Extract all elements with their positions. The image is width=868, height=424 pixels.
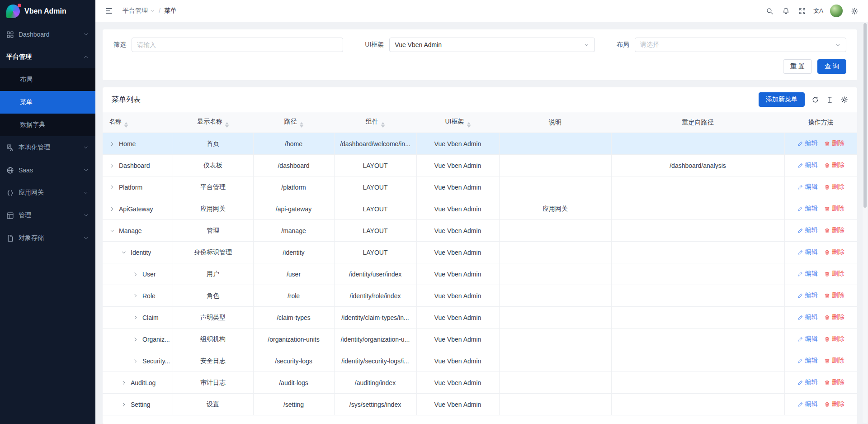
delete-button[interactable]: 删除 bbox=[824, 400, 844, 408]
column-header-label: 说明 bbox=[549, 119, 561, 126]
delete-button[interactable]: 删除 bbox=[824, 357, 844, 365]
delete-button[interactable]: 删除 bbox=[824, 313, 844, 321]
edit-button[interactable]: 编辑 bbox=[797, 291, 818, 300]
edit-button[interactable]: 编辑 bbox=[797, 313, 818, 321]
row-expand-toggle[interactable] bbox=[109, 206, 115, 212]
cell-description: 应用网关 bbox=[499, 198, 611, 220]
column-header-name[interactable]: 名称 bbox=[103, 112, 173, 133]
row-height-button[interactable] bbox=[826, 96, 834, 104]
column-header-display-name[interactable]: 显示名称 bbox=[173, 112, 253, 133]
table-row[interactable]: Manage管理/manageLAYOUTVue Vben Admin编辑删除 bbox=[103, 220, 857, 242]
edit-button[interactable]: 编辑 bbox=[797, 226, 818, 234]
table-row[interactable]: Role角色/role/identity/role/indexVue Vben … bbox=[103, 285, 857, 307]
delete-button[interactable]: 删除 bbox=[824, 291, 844, 300]
row-expand-toggle[interactable] bbox=[121, 380, 127, 386]
cell-component: LAYOUT bbox=[334, 220, 416, 242]
layout-select[interactable]: 请选择 bbox=[635, 38, 846, 52]
sort-icon[interactable] bbox=[381, 122, 385, 128]
edit-button[interactable]: 编辑 bbox=[797, 139, 818, 148]
delete-button[interactable]: 删除 bbox=[824, 205, 844, 213]
sort-icon[interactable] bbox=[225, 122, 229, 128]
sidebar-item-storage[interactable]: 对象存储 bbox=[0, 227, 95, 249]
fullscreen-button[interactable] bbox=[795, 4, 809, 18]
cell-name: Security... bbox=[103, 350, 173, 372]
delete-button[interactable]: 删除 bbox=[824, 335, 844, 343]
sidebar-item-manage[interactable]: 管理 bbox=[0, 204, 95, 227]
row-expand-toggle[interactable] bbox=[132, 358, 139, 364]
sidebar-item-platform[interactable]: 平台管理 bbox=[0, 46, 95, 68]
row-expand-toggle[interactable] bbox=[132, 293, 139, 299]
sidebar-collapse-button[interactable] bbox=[102, 4, 116, 18]
avatar[interactable] bbox=[830, 5, 843, 17]
sidebar-subitem-layout[interactable]: 布局 bbox=[0, 68, 95, 91]
refresh-button[interactable] bbox=[811, 96, 819, 104]
row-expand-toggle[interactable] bbox=[109, 228, 115, 234]
logo[interactable]: Vben Admin bbox=[0, 0, 95, 22]
edit-button[interactable]: 编辑 bbox=[797, 357, 818, 365]
vertical-scrollbar[interactable] bbox=[863, 22, 868, 423]
add-menu-button[interactable]: 添加新菜单 bbox=[759, 92, 805, 107]
table-row[interactable]: Platform平台管理/platformLAYOUTVue Vben Admi… bbox=[103, 176, 857, 198]
sidebar-item-localization[interactable]: 本地化管理 bbox=[0, 136, 95, 159]
sort-icon[interactable] bbox=[300, 122, 303, 128]
row-expand-toggle[interactable] bbox=[109, 141, 115, 147]
sidebar-subitem-dictionary[interactable]: 数据字典 bbox=[0, 114, 95, 136]
table-row[interactable]: Claim声明类型/claim-types/identity/claim-typ… bbox=[103, 307, 857, 329]
edit-button[interactable]: 编辑 bbox=[797, 248, 818, 256]
search-button[interactable] bbox=[762, 4, 777, 18]
edit-button[interactable]: 编辑 bbox=[797, 378, 818, 386]
table-row[interactable]: AuditLog审计日志/audit-logs/auditing/indexVu… bbox=[103, 372, 857, 394]
delete-button[interactable]: 删除 bbox=[824, 226, 844, 234]
sidebar-item-dashboard[interactable]: Dashboard bbox=[0, 23, 95, 46]
cell-name: Home bbox=[103, 133, 173, 155]
edit-button[interactable]: 编辑 bbox=[797, 270, 818, 278]
table-row[interactable]: ApiGateway应用网关/api-gatewayLAYOUTVue Vben… bbox=[103, 198, 857, 220]
row-expand-toggle[interactable] bbox=[132, 314, 139, 321]
row-expand-toggle[interactable] bbox=[109, 162, 115, 169]
row-expand-toggle[interactable] bbox=[109, 184, 115, 191]
row-name-text: Dashboard bbox=[119, 162, 150, 169]
edit-button[interactable]: 编辑 bbox=[797, 400, 818, 408]
edit-button[interactable]: 编辑 bbox=[797, 205, 818, 213]
table-row[interactable]: Setting设置/setting/sys/settings/indexVue … bbox=[103, 394, 857, 415]
language-button[interactable]: 文A bbox=[811, 4, 826, 18]
delete-button[interactable]: 删除 bbox=[824, 183, 844, 191]
table-row[interactable]: User用户/user/identity/user/indexVue Vben … bbox=[103, 263, 857, 285]
delete-button[interactable]: 删除 bbox=[824, 270, 844, 278]
row-expand-toggle[interactable] bbox=[132, 271, 139, 277]
sort-icon[interactable] bbox=[124, 122, 128, 128]
sort-icon[interactable] bbox=[467, 122, 471, 128]
row-expand-toggle[interactable] bbox=[121, 401, 127, 408]
sidebar-item-gateway[interactable]: 应用网关 bbox=[0, 181, 95, 204]
column-header-path[interactable]: 路径 bbox=[253, 112, 334, 133]
row-expand-toggle[interactable] bbox=[132, 336, 139, 343]
keyword-input[interactable] bbox=[132, 38, 343, 52]
delete-button[interactable]: 删除 bbox=[824, 161, 844, 169]
settings-button[interactable] bbox=[847, 4, 862, 18]
edit-button[interactable]: 编辑 bbox=[797, 183, 818, 191]
sidebar-subitem-menu[interactable]: 菜单 bbox=[0, 91, 95, 114]
column-header-component[interactable]: 组件 bbox=[334, 112, 416, 133]
table-row[interactable]: Dashboard仪表板/dashboardLAYOUTVue Vben Adm… bbox=[103, 155, 857, 176]
row-expand-toggle[interactable] bbox=[121, 249, 127, 256]
table-row[interactable]: Home首页/home/dashboard/welcome/in...Vue V… bbox=[103, 133, 857, 155]
notifications-button[interactable] bbox=[778, 4, 793, 18]
delete-button[interactable]: 删除 bbox=[824, 248, 844, 256]
delete-button[interactable]: 删除 bbox=[824, 139, 844, 148]
cell-redirect: /dashboard/analysis bbox=[611, 155, 784, 176]
table-row[interactable]: Security...安全日志/security-logs/identity/s… bbox=[103, 350, 857, 372]
cell-description bbox=[499, 350, 611, 372]
edit-button[interactable]: 编辑 bbox=[797, 161, 818, 169]
column-header-ui-framework[interactable]: UI框架 bbox=[416, 112, 499, 133]
query-button[interactable]: 查 询 bbox=[817, 59, 846, 74]
table-row[interactable]: Organiz...组织机构/organization-units/identi… bbox=[103, 329, 857, 350]
table-row[interactable]: Identity身份标识管理/identityLAYOUTVue Vben Ad… bbox=[103, 242, 857, 263]
delete-button[interactable]: 删除 bbox=[824, 378, 844, 386]
reset-button[interactable]: 重 置 bbox=[783, 59, 812, 74]
vertical-scrollbar-thumb[interactable] bbox=[863, 23, 867, 208]
edit-button[interactable]: 编辑 bbox=[797, 335, 818, 343]
breadcrumb-item-platform[interactable]: 平台管理 bbox=[123, 7, 155, 15]
sidebar-item-saas[interactable]: Saas bbox=[0, 159, 95, 181]
column-settings-button[interactable] bbox=[840, 96, 848, 104]
ui-framework-select[interactable]: Vue Vben Admin bbox=[389, 38, 594, 52]
